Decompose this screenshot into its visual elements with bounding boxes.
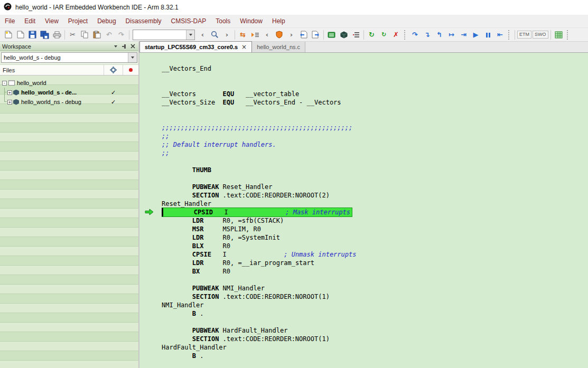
code-line[interactable] [162,174,588,183]
expander-minus-icon[interactable]: - [2,81,7,86]
goto-button[interactable]: ⇆ [237,29,249,40]
code-line[interactable]: ;; [162,132,588,140]
menu-debug[interactable]: Debug [92,16,120,26]
code-line[interactable]: ;; Default interrupt handlers. [162,140,588,149]
code-line[interactable]: Reset_Handler [162,200,588,208]
previous-statement-button[interactable]: ‹ [261,29,273,40]
code-line[interactable]: NMI_Handler [162,301,588,309]
code-line[interactable]: __Vectors_End [162,64,588,73]
code-line[interactable] [162,73,588,81]
tab-hello-world-ns[interactable]: hello_world_ns.c [252,42,305,52]
code-line[interactable]: ;; [162,149,588,157]
step-over-button[interactable]: ↷ [409,29,421,40]
tree-item-label[interactable]: hello_world [17,80,46,86]
code-line[interactable]: SECTION .text:CODE:REORDER:NOROOT(1) [162,335,588,343]
code-line[interactable]: __Vectors_Size EQU __Vectors_End - __Vec… [162,98,588,107]
code-line[interactable]: BX R0 [162,267,588,276]
code-line[interactable]: PUBWEAK HardFault_Handler [162,326,588,335]
run-to-cursor-button[interactable]: ⇥ [458,29,470,40]
redo-button[interactable]: ↷ [115,29,127,40]
menu-edit[interactable]: Edit [20,16,40,26]
toggle-breakpoint-button[interactable] [273,29,285,40]
previous-bookmark-button[interactable] [297,29,310,40]
code-area[interactable]: __Vectors_End__Vectors EQU __vector_tabl… [162,53,588,368]
config-selector[interactable]: hello_world_s - debug [1,52,137,63]
tab-startup-file[interactable]: startup_LPC55S69_cm33_core0.s × [139,41,252,52]
code-line[interactable] [162,276,588,284]
menu-disassembly[interactable]: Disassembly [121,16,166,26]
code-line[interactable]: THUMB [162,166,588,174]
menu-window[interactable]: Window [235,16,267,26]
panel-pin-button[interactable] [120,43,128,50]
panel-close-button[interactable] [129,43,136,50]
navigate-back-button[interactable]: ‹ [197,29,209,40]
break-button[interactable] [482,29,494,40]
next-statement-step-button[interactable]: ↦ [445,29,458,40]
code-line[interactable]: B . [162,352,588,360]
code-line[interactable]: LDR R0, =sfb(CSTACK) [162,216,588,225]
code-line[interactable]: LDR R0, =SystemInit [162,233,588,242]
code-line[interactable]: ;;;;;;;;;;;;;;;;;;;;;;;;;;;;;;;;;;;;;;;;… [162,124,588,132]
menu-tools[interactable]: Tools [211,16,235,26]
code-line[interactable] [162,318,588,326]
code-line[interactable]: __Vectors EQU __vector_table [162,90,588,98]
toggle-source-disassembly-button[interactable] [249,29,261,40]
step-into-button[interactable]: ↴ [421,29,433,40]
code-line[interactable]: PUBWEAK NMI_Handler [162,284,588,292]
menu-help[interactable]: Help [267,16,290,26]
panel-menu-button[interactable] [112,43,119,50]
download-and-debug-button[interactable] [338,29,350,40]
print-button[interactable] [51,29,63,40]
tree-row-target-nonsecure[interactable]: + hello_world_ns - debug ✓ [0,97,138,107]
code-line[interactable]: CPSIE I ; Unmask interrupts [162,250,588,259]
tree-item-label[interactable]: hello_world_ns - debug [21,99,81,105]
code-line[interactable]: CPSID I ; Mask interrupts [162,208,588,216]
menu-file[interactable]: File [0,16,20,26]
swo-button[interactable]: SWO [533,31,548,39]
code-line[interactable] [162,81,588,90]
memory-button[interactable] [553,29,565,40]
config-dropdown-button[interactable] [128,53,137,62]
stop-button[interactable]: ✗ [390,29,402,40]
tree-item-label[interactable]: hello_world_s - de... [21,89,77,96]
step-out-button[interactable]: ↰ [433,29,445,40]
find-button[interactable] [209,29,221,40]
tab-close-button[interactable]: × [241,43,247,51]
reset-target-button[interactable]: ⇤ [494,29,506,40]
code-line[interactable]: HardFault_Handler [162,343,588,352]
navigate-forward-button[interactable]: › [221,29,233,40]
expander-plus-icon[interactable]: + [7,100,12,105]
combo-dropdown-button[interactable] [186,30,194,40]
undo-button[interactable]: ↶ [103,29,115,40]
quick-search-combo[interactable] [133,30,195,40]
code-line[interactable]: PUBWEAK Reset_Handler [162,183,588,191]
code-line[interactable]: B . [162,309,588,318]
copy-button[interactable] [79,29,91,40]
expander-plus-icon[interactable]: + [7,90,12,95]
save-all-button[interactable] [39,29,51,40]
go-button[interactable]: ▶ [470,29,482,40]
paste-button[interactable] [91,29,103,40]
reset-button[interactable]: ↻ [366,29,378,40]
etm-button[interactable]: ETM [517,31,531,39]
open-file-button[interactable] [14,29,26,40]
code-line[interactable]: BLX R0 [162,242,588,250]
code-line[interactable]: LDR R0, =__iar_program_start [162,259,588,267]
editor-gutter[interactable] [139,53,162,368]
menu-view[interactable]: View [40,16,63,26]
tree-row-target-secure[interactable]: + hello_world_s - de... ✓ [0,88,138,97]
editor-area[interactable]: __Vectors_End__Vectors EQU __vector_tabl… [139,53,588,368]
next-bookmark-button[interactable] [310,29,322,40]
next-statement-button[interactable]: › [285,29,297,40]
code-line[interactable]: SECTION .text:CODE:REORDER:NOROOT(1) [162,292,588,301]
code-line[interactable] [162,157,588,166]
cut-button[interactable]: ✂ [67,29,79,40]
debug-list-button[interactable] [350,29,362,40]
options-column-header[interactable] [104,65,123,75]
download-flash-button[interactable] [325,29,338,40]
code-line[interactable] [162,115,588,124]
menu-project[interactable]: Project [63,16,92,26]
tree-row-project[interactable]: - hello_world [0,78,138,88]
menu-cmsis-dap[interactable]: CMSIS-DAP [166,16,211,26]
workspace-tree[interactable]: - hello_world + hello_world_s - de... ✓ … [0,76,138,368]
